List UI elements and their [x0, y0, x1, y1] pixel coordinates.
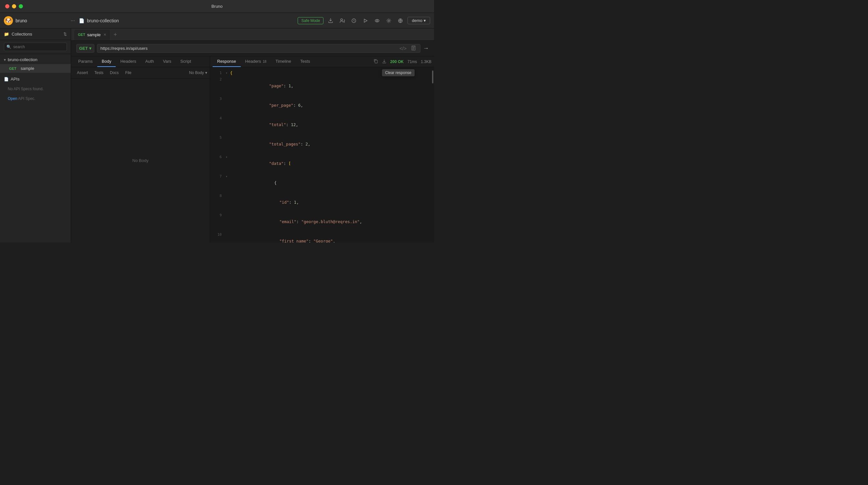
sub-tab-file[interactable]: File: [122, 69, 134, 76]
tab-label: sample: [87, 32, 101, 37]
open-api-spec-link[interactable]: Open: [8, 96, 18, 101]
eye-icon-button[interactable]: [373, 16, 382, 25]
search-inner: 🔍: [4, 43, 67, 51]
users-icon-button[interactable]: [338, 16, 347, 25]
chevron-down-icon: ▾: [4, 58, 6, 62]
headers-count-badge: 18: [263, 60, 266, 63]
url-input[interactable]: [100, 44, 399, 52]
no-body-content: No Body: [71, 79, 210, 243]
request-panel: Params Body Headers Auth Vars Script Ass…: [71, 56, 210, 243]
search-input[interactable]: [4, 43, 67, 51]
tab-method-badge: GET: [78, 33, 85, 36]
split-pane: Params Body Headers Auth Vars Script Ass…: [71, 56, 434, 243]
method-chevron-icon: ▾: [89, 46, 91, 51]
response-tab-headers[interactable]: Headers 18: [241, 56, 271, 67]
code-icon-button[interactable]: </>: [399, 44, 407, 52]
brand-section: 🐶 bruno ···: [4, 16, 75, 25]
request-item-sample[interactable]: GET sample: [0, 64, 71, 73]
apis-file-icon: 📄: [4, 77, 9, 82]
copy-response-icon[interactable]: [374, 59, 378, 64]
tab-vars[interactable]: Vars: [158, 56, 176, 67]
code-line-7: 7 ▾ {: [210, 173, 434, 193]
code-line-3: 3 "per_page": 6,: [210, 96, 434, 115]
tab-headers[interactable]: Headers: [116, 56, 141, 67]
tab-close-icon[interactable]: ✕: [103, 33, 106, 37]
tab-auth[interactable]: Auth: [141, 56, 159, 67]
traffic-lights: [5, 4, 23, 8]
brand-name: bruno: [16, 18, 27, 23]
settings-icon-button[interactable]: [384, 16, 393, 25]
response-tabs: Response Headers 18 Timeline Tests: [210, 56, 434, 67]
demo-chevron-icon: ▾: [424, 18, 426, 23]
code-line-9: 9 "email": "george.bluth@reqres.in",: [210, 212, 434, 232]
maximize-button[interactable]: [19, 4, 23, 8]
url-input-wrapper: </>: [97, 44, 421, 53]
collections-label: Collections: [12, 32, 61, 36]
demo-button[interactable]: demo ▾: [407, 17, 430, 24]
request-panel-tabs: Params Body Headers Auth Vars Script: [71, 56, 210, 67]
send-button[interactable]: →: [423, 45, 429, 52]
response-tab-tests[interactable]: Tests: [296, 56, 314, 67]
request-sub-tabs: Assert Tests Docs File No Body ▾: [71, 67, 210, 79]
tab-sample[interactable]: GET sample ✕: [74, 29, 111, 40]
collection-header: 📄 bruno-collection: [79, 18, 294, 23]
close-button[interactable]: [5, 4, 9, 8]
import-button[interactable]: [326, 16, 335, 25]
header: 🐶 bruno ··· 📄 bruno-collection Safe Mode: [0, 13, 434, 28]
clock-icon-button[interactable]: [349, 16, 359, 25]
sub-tab-tests[interactable]: Tests: [91, 69, 106, 76]
download-response-icon[interactable]: [382, 59, 386, 64]
fold-arrow-1[interactable]: ▾: [225, 70, 229, 75]
tab-params[interactable]: Params: [74, 56, 97, 67]
sort-button[interactable]: ⇅: [63, 32, 67, 36]
response-body[interactable]: 1 ▾ { 2 "page": 1,: [210, 67, 434, 243]
titlebar: Bruno: [0, 0, 434, 13]
code-line-5: 5 "total_pages": 2,: [210, 134, 434, 154]
safe-mode-button[interactable]: Safe Mode: [298, 17, 323, 24]
brand-logo-icon: 🐶: [5, 18, 12, 24]
response-tab-timeline[interactable]: Timeline: [271, 56, 296, 67]
svg-rect-7: [375, 60, 377, 63]
collection-name: bruno-collection: [87, 18, 119, 23]
sidebar: 📁 Collections ⇅ 🔍 ▾ bruno-collection GET…: [0, 28, 71, 243]
svg-point-0: [341, 19, 343, 21]
collection-root-item[interactable]: ▾ bruno-collection: [0, 55, 71, 64]
brand-menu-button[interactable]: ···: [71, 18, 75, 24]
code-line-2: 2 "page": 1,: [210, 76, 434, 96]
no-api-specs-label: No API Specs found.: [8, 87, 43, 91]
method-badge: GET: [9, 67, 19, 70]
sub-tab-assert[interactable]: Assert: [74, 69, 91, 76]
sidebar-tree: ▾ bruno-collection GET sample 📄 APIs No …: [0, 54, 71, 243]
method-selector[interactable]: GET ▾: [76, 44, 94, 53]
collections-icon: 📁: [4, 32, 9, 36]
window-title: Bruno: [211, 4, 223, 9]
minimize-button[interactable]: [12, 4, 16, 8]
request-item-label: sample: [21, 66, 67, 71]
apis-section[interactable]: 📄 APIs: [0, 74, 71, 84]
sub-tab-docs[interactable]: Docs: [106, 69, 122, 76]
scrollbar-thumb[interactable]: [432, 70, 433, 84]
response-scrollbar[interactable]: [431, 67, 433, 243]
header-actions: Safe Mode demo ▾: [298, 16, 430, 25]
content-area: GET sample ✕ + GET ▾ </>: [71, 28, 434, 243]
tab-body[interactable]: Body: [97, 56, 116, 67]
response-tab-response[interactable]: Response: [213, 56, 241, 67]
tab-script[interactable]: Script: [176, 56, 195, 67]
response-time: 71ms: [407, 60, 417, 64]
globe-icon-button[interactable]: [396, 16, 405, 25]
fold-arrow-7[interactable]: ▾: [225, 173, 229, 179]
code-line-10: 10 "first_name": "George",: [210, 232, 434, 243]
clear-response-tooltip[interactable]: Clear response: [382, 69, 414, 76]
no-body-badge[interactable]: No Body ▾: [189, 70, 207, 75]
new-tab-button[interactable]: +: [112, 32, 119, 37]
run-icon-button[interactable]: [361, 16, 370, 25]
fold-arrow-6[interactable]: ▾: [225, 154, 229, 160]
svg-point-3: [376, 20, 378, 21]
main-layout: 📁 Collections ⇅ 🔍 ▾ bruno-collection GET…: [0, 28, 434, 243]
response-status: 200 OK: [391, 60, 404, 64]
request-bar-actions: </>: [399, 44, 417, 52]
demo-label: demo: [412, 18, 422, 23]
save-icon-button[interactable]: [410, 44, 417, 52]
no-body-label: No Body: [189, 70, 204, 75]
search-icon: 🔍: [6, 44, 11, 49]
